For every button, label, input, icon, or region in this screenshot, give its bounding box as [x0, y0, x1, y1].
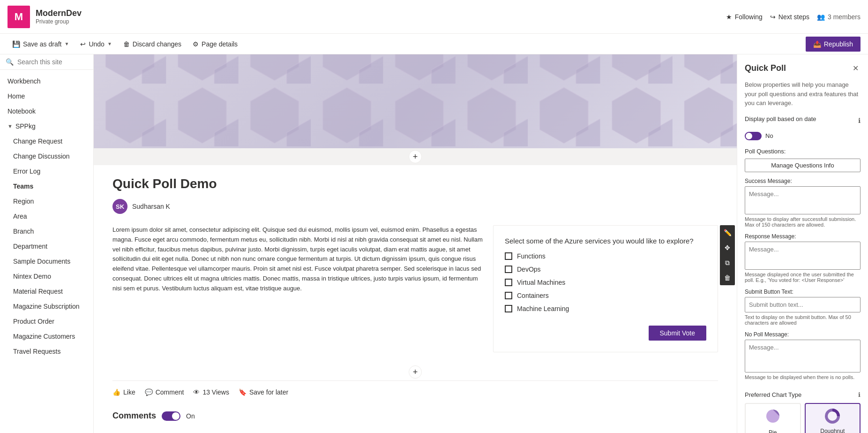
display-date-info-icon[interactable]: ℹ	[858, 117, 861, 124]
doughnut-chart-icon	[825, 409, 840, 425]
settings-icon: ⚙	[193, 40, 199, 48]
move-webpart-button[interactable]: ✥	[720, 240, 735, 255]
site-name: ModernDev	[36, 8, 82, 18]
sidebar-item-change-discussion[interactable]: Change Discussion	[0, 149, 93, 164]
success-message-label: Success Message:	[745, 178, 861, 184]
views-button: 👁 13 Views	[193, 388, 229, 396]
quick-poll-panel: Quick Poll ✕ Below properties will help …	[737, 54, 868, 433]
manage-questions-button[interactable]: Manage Questions Info	[745, 159, 861, 172]
display-date-toggle-knob	[746, 133, 752, 139]
comments-toggle-knob	[172, 412, 180, 420]
chart-type-doughnut[interactable]: Doughnut	[805, 403, 861, 433]
sidebar-item-sppkg[interactable]: ▼ SPPkg	[0, 119, 93, 134]
like-button[interactable]: 👍 Like	[112, 388, 135, 396]
sidebar-item-change-request[interactable]: Change Request	[0, 134, 93, 149]
success-message-input[interactable]	[745, 186, 861, 214]
comment-button[interactable]: 💬 Comment	[145, 388, 184, 396]
author-name: Sudharsan K	[132, 203, 170, 210]
submit-button-text-label: Submit Button Text:	[745, 289, 861, 295]
author-avatar: SK	[112, 199, 127, 214]
poll-checkbox-virtual-machines[interactable]	[505, 279, 512, 286]
poll-option-containers[interactable]: Containers	[505, 292, 706, 299]
qp-title: Quick Poll	[745, 63, 786, 73]
sidebar-item-home[interactable]: Home	[0, 89, 93, 104]
poll-option-machine-learning[interactable]: Machine Learning	[505, 305, 706, 312]
add-section-top-button[interactable]: +	[409, 150, 422, 163]
page-body: Quick Poll Demo SK Sudharsan K ✏️ ✥ ⧉ 🗑	[94, 165, 737, 433]
sidebar-item-teams[interactable]: Teams	[0, 179, 93, 194]
sidebar-item-material-request[interactable]: Material Request	[0, 284, 93, 299]
poll-checkbox-containers[interactable]	[505, 292, 512, 299]
poll-checkbox-devops[interactable]	[505, 266, 512, 273]
sidebar-item-region[interactable]: Region	[0, 194, 93, 209]
poll-checkbox-functions[interactable]	[505, 252, 512, 260]
site-title: ModernDev Private group	[36, 8, 82, 25]
submit-button-text-input[interactable]	[745, 297, 861, 312]
sidebar-item-travel-requests[interactable]: Travel Requests	[0, 344, 93, 359]
header-actions: ★ Following ↪ Next steps 👥 3 members	[726, 13, 861, 21]
like-icon: 👍	[112, 388, 120, 396]
sidebar-item-area[interactable]: Area	[0, 209, 93, 224]
save-later-button[interactable]: 🔖 Save for later	[239, 388, 288, 396]
search-input[interactable]	[17, 58, 94, 66]
webpart-toolbar: ✏️ ✥ ⧉ 🗑	[720, 225, 735, 285]
chart-types-row1: Pie Doughnut	[745, 403, 861, 433]
sidebar-item-product-order[interactable]: Product Order	[0, 314, 93, 329]
top-header: M ModernDev Private group ★ Following ↪ …	[0, 0, 868, 34]
sidebar-item-sample-documents[interactable]: Sample Documents	[0, 254, 93, 269]
republish-button[interactable]: 📤 Republish	[806, 37, 861, 52]
comment-icon: 💬	[145, 388, 153, 396]
delete-webpart-button[interactable]: 🗑	[720, 270, 735, 285]
save-draft-button[interactable]: 💾 Save as draft ▼	[7, 38, 74, 51]
sidebar-item-notebook[interactable]: Notebook	[0, 104, 93, 119]
page-hero	[94, 54, 737, 148]
comments-toggle[interactable]	[162, 411, 180, 421]
qp-close-button[interactable]: ✕	[851, 62, 861, 75]
display-date-toggle[interactable]	[745, 132, 762, 140]
duplicate-webpart-button[interactable]: ⧉	[720, 255, 735, 270]
webpart-container: ✏️ ✥ ⧉ 🗑 Lorem ipsum dolor sit amet, con…	[112, 225, 718, 352]
site-logo: M	[7, 6, 30, 28]
undo-icon: ↩	[80, 40, 86, 48]
sidebar-item-branch[interactable]: Branch	[0, 224, 93, 239]
poll-option-functions[interactable]: Functions	[505, 252, 706, 260]
chart-type-info-icon[interactable]: ℹ	[858, 391, 861, 398]
poll-option-devops[interactable]: DevOps	[505, 266, 706, 273]
poll-option-virtual-machines[interactable]: Virtual Machines	[505, 279, 706, 286]
sidebar-item-department[interactable]: Department	[0, 239, 93, 254]
next-steps-button[interactable]: ↪ Next steps	[770, 13, 809, 21]
page-details-button[interactable]: ⚙ Page details	[188, 38, 242, 51]
following-button[interactable]: ★ Following	[726, 13, 763, 21]
qp-description: Below properties will help you manage yo…	[745, 80, 861, 108]
chart-type-pie[interactable]: Pie	[745, 403, 801, 433]
main-layout: 🔍 Workbench Home Notebook ▼ SPPkg Change…	[0, 54, 868, 433]
display-date-label: Display poll based on date	[745, 115, 816, 122]
sidebar-item-error-log[interactable]: Error Log	[0, 164, 93, 179]
star-icon: ★	[726, 13, 732, 21]
response-message-input[interactable]	[745, 242, 861, 270]
sidebar-item-magazine-subscription[interactable]: Magazine Subscription	[0, 299, 93, 314]
poll-checkbox-machine-learning[interactable]	[505, 305, 512, 312]
comments-section: Comments On	[112, 403, 718, 432]
text-webpart: Lorem ipsum dolor sit amet, consectetur …	[112, 225, 493, 352]
people-icon: 👥	[817, 13, 825, 21]
add-section-bottom-button[interactable]: +	[409, 365, 422, 379]
arrow-icon: ↪	[770, 13, 776, 21]
no-poll-message-input[interactable]	[745, 340, 861, 372]
sidebar-item-magazine-customers[interactable]: Magazine Customers	[0, 329, 93, 344]
discard-button[interactable]: 🗑 Discard changes	[119, 38, 186, 51]
sidebar-item-nintex-demo[interactable]: Nintex Demo	[0, 269, 93, 284]
sidebar-item-workbench[interactable]: Workbench	[0, 74, 93, 89]
submit-button-text-hint: Text to display on the submit button. Ma…	[745, 314, 861, 326]
views-icon: 👁	[193, 388, 200, 396]
success-message-hint: Message to display after successfull sub…	[745, 216, 861, 228]
discard-icon: 🗑	[123, 40, 130, 48]
svg-rect-1	[94, 54, 737, 148]
page-title: Quick Poll Demo	[112, 176, 718, 191]
sidebar-nav: Workbench Home Notebook ▼ SPPkg Change R…	[0, 70, 93, 433]
edit-webpart-button[interactable]: ✏️	[720, 225, 735, 240]
poll-submit-button[interactable]: Submit Vote	[649, 326, 707, 341]
poll-questions-label: Poll Questions:	[745, 148, 861, 155]
undo-button[interactable]: ↩ Undo ▼	[75, 38, 116, 51]
hero-pattern	[94, 54, 737, 148]
